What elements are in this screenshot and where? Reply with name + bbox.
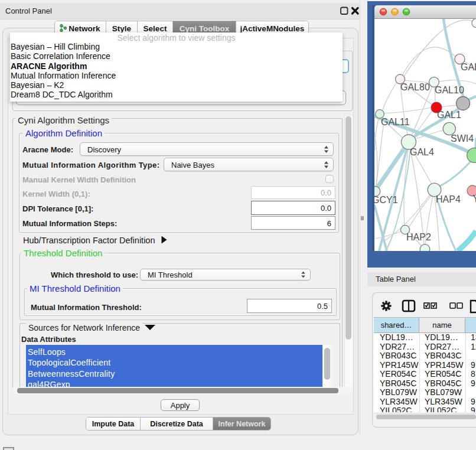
svg-text:GAL11: GAL11 xyxy=(381,117,410,127)
svg-text:HAP2: HAP2 xyxy=(406,232,431,242)
svg-text:GAL4: GAL4 xyxy=(410,147,434,157)
svg-text:HAP4: HAP4 xyxy=(436,194,461,204)
svg-text:GCY1: GCY1 xyxy=(374,195,398,205)
svg-text:GAL2: GAL2 xyxy=(461,62,476,72)
svg-text:GAL10: GAL10 xyxy=(435,85,464,95)
svg-text:GAL1: GAL1 xyxy=(437,110,461,120)
svg-text:YJ: YJ xyxy=(473,194,476,204)
svg-text:GAL80: GAL80 xyxy=(400,82,430,92)
svg-text:SWI4: SWI4 xyxy=(451,133,474,144)
